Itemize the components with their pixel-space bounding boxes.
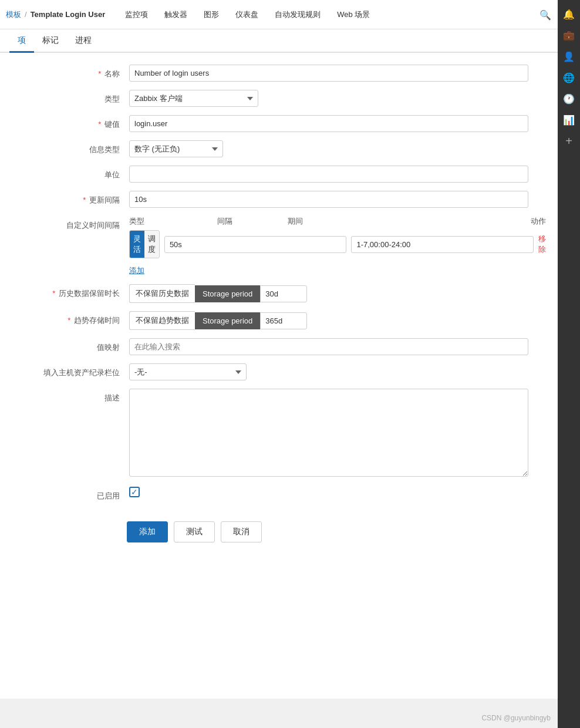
template-link[interactable]: 模板 [6,9,21,20]
type-control: Zabbix 客户端 [129,90,528,107]
top-nav: 模板 / Template Login User 监控项 触发器 图形 仪表盘 … [0,0,580,29]
info-type-row: 信息类型 数字 (无正负) [0,140,558,157]
enabled-checkbox[interactable]: ✓ [129,487,140,497]
ci-add-link[interactable]: 添加 [129,265,144,276]
sidebar-icon-globe[interactable]: 🌐 [559,68,578,87]
ci-btn-flexible[interactable]: 灵活 [130,231,144,258]
history-storage-btn[interactable]: Storage period [195,285,260,302]
host-asset-select[interactable]: -无- [129,363,247,380]
cancel-button[interactable]: 取消 [221,521,262,542]
test-button[interactable]: 测试 [174,521,215,542]
sidebar-plus-icon[interactable]: + [559,132,578,150]
main-form: * 名称 类型 Zabbix 客户端 * 键值 信息类型 [0,53,558,699]
sidebar-icon-user[interactable]: 👤 [559,47,578,66]
trend-storage-btn[interactable]: Storage period [195,312,260,329]
update-required: * [83,196,86,204]
value-map-row: 值映射 [0,338,558,355]
update-interval-control [129,191,528,208]
description-row: 描述 [0,389,558,478]
history-value-input[interactable] [260,285,307,302]
value-map-label-text: 值映射 [97,343,120,352]
key-required: * [98,120,101,129]
key-control [129,115,528,132]
nav-tab-monitor[interactable]: 监控项 [117,0,156,29]
trend-no-keep: 不保留趋势数据 [129,311,195,330]
ci-interval-input[interactable] [164,236,347,253]
checkmark-icon: ✓ [131,488,138,496]
type-label-text: 类型 [104,95,120,103]
unit-row: 单位 [0,166,558,183]
info-type-label-text: 信息类型 [89,145,120,154]
name-required: * [98,69,101,78]
sidebar-icon-chart[interactable]: 📊 [559,110,578,129]
ci-btn-schedule[interactable]: 调度 [144,231,159,258]
info-type-select[interactable]: 数字 (无正负) [129,140,223,157]
trend-storage-row: 不保留趋势数据 Storage period [129,311,528,330]
ci-type-toggle: 灵活 调度 [129,230,160,258]
type-select[interactable]: Zabbix 客户端 [129,90,258,107]
history-storage-row: 不保留历史数据 Storage period [129,284,528,303]
type-row: 类型 Zabbix 客户端 [0,90,558,107]
sidebar-icon-clock[interactable]: 🕐 [559,89,578,108]
sub-tab-items[interactable]: 项 [9,29,34,53]
nav-tab-web[interactable]: Web 场景 [329,0,378,29]
update-interval-input[interactable] [129,191,528,208]
history-label-text: 历史数据保留时长 [59,289,120,298]
custom-interval-label-text: 自定义时间间隔 [66,221,120,230]
top-nav-tabs: 监控项 触发器 图形 仪表盘 自动发现规则 Web 场景 [117,0,378,29]
host-asset-row: 填入主机资产纪录栏位 -无- [0,363,558,380]
update-interval-label-text: 更新间隔 [89,196,120,204]
description-control [129,389,528,478]
sub-tab-tags[interactable]: 标记 [34,29,67,53]
enabled-control: ✓ [129,487,528,497]
ci-add-wrap: 添加 [129,261,546,276]
enabled-checkbox-row: ✓ [129,487,528,497]
history-no-keep: 不保留历史数据 [129,284,195,303]
ci-row-1: 灵活 调度 移除 [129,230,546,258]
value-map-input[interactable] [129,338,528,355]
name-row: * 名称 [0,65,558,82]
enabled-row: 已启用 ✓ [0,487,558,501]
key-row: * 键值 [0,115,558,132]
history-row: * 历史数据保留时长 不保留历史数据 Storage period [0,284,558,303]
enabled-label: 已启用 [12,487,129,501]
sub-tab-process[interactable]: 进程 [67,29,100,53]
trend-label: * 趋势存储时间 [12,311,129,326]
sidebar-icon-bell[interactable]: 🔔 [559,5,578,23]
custom-interval-row: 自定义时间间隔 类型 间隔 期间 动作 灵活 调度 移除 添加 [0,216,558,276]
description-textarea[interactable] [129,389,528,477]
custom-interval-label: 自定义时间间隔 [12,216,129,231]
custom-interval-section: 类型 间隔 期间 动作 灵活 调度 移除 添加 [129,216,546,276]
unit-input[interactable] [129,166,528,183]
history-control: 不保留历史数据 Storage period [129,284,528,303]
ci-remove-link[interactable]: 移除 [538,234,546,255]
description-label: 描述 [12,389,129,403]
nav-tab-graph[interactable]: 图形 [195,0,227,29]
unit-control [129,166,528,183]
ci-period-input[interactable] [351,236,534,253]
ci-header-interval: 间隔 [217,216,288,227]
type-label: 类型 [12,90,129,105]
search-icon[interactable]: 🔍 [538,7,553,22]
update-interval-row: * 更新间隔 [0,191,558,208]
trend-value-input[interactable] [260,312,307,329]
enabled-label-text: 已启用 [97,491,120,500]
info-type-label: 信息类型 [12,140,129,155]
nav-tab-discovery[interactable]: 自动发现规则 [267,0,329,29]
update-interval-label: * 更新间隔 [12,191,129,205]
info-type-control: 数字 (无正负) [129,140,528,157]
watermark: CSDN @guyunbingyb [481,714,551,722]
key-input[interactable] [129,115,528,132]
history-required: * [52,289,55,298]
host-asset-control: -无- [129,363,528,380]
nav-tab-dashboard[interactable]: 仪表盘 [227,0,267,29]
unit-label: 单位 [12,166,129,180]
sidebar-icon-briefcase[interactable]: 💼 [559,26,578,45]
nav-tab-trigger[interactable]: 触发器 [156,0,195,29]
name-label-text: 名称 [104,69,120,78]
ci-header: 类型 间隔 期间 动作 [129,216,546,227]
name-input[interactable] [129,65,528,82]
name-label: * 名称 [12,65,129,79]
breadcrumb-current: Template Login User [31,10,106,19]
add-button[interactable]: 添加 [127,521,168,542]
